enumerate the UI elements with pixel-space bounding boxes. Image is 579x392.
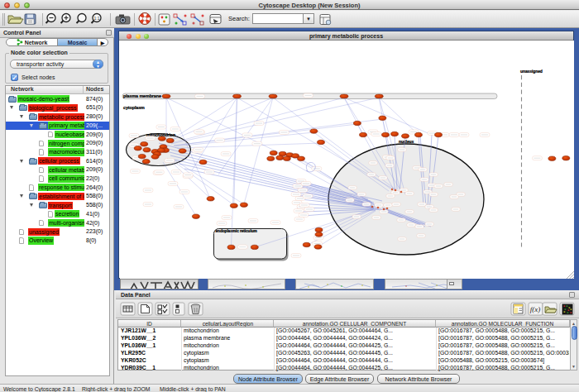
svg-text:plasma membrane: plasma membrane <box>123 93 161 98</box>
svg-text:unassigned: unassigned <box>520 69 543 74</box>
svg-text:endoplasmic reticulum: endoplasmic reticulum <box>216 229 257 233</box>
svg-text:f(x): f(x) <box>530 305 541 313</box>
svg-text:1:1: 1:1 <box>94 16 100 21</box>
svg-text:cytoplasm: cytoplasm <box>123 105 145 110</box>
svg-text:nucleus: nucleus <box>399 139 414 144</box>
